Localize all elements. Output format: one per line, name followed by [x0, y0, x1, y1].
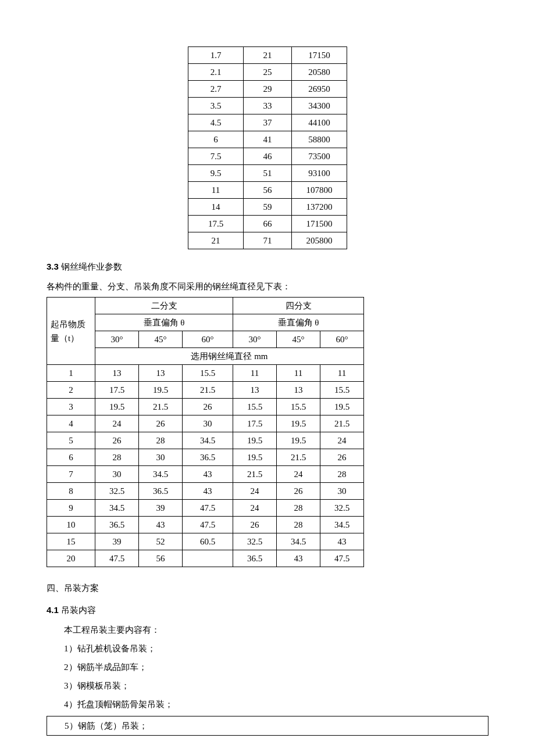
table-row: 424263017.519.521.5: [47, 415, 364, 432]
table-cell: 26: [95, 432, 139, 449]
header-lift-mass: 起吊物质量（t）: [47, 298, 95, 365]
table-row: 934.53947.5242832.5: [47, 500, 364, 517]
table-cell: 3.5: [188, 98, 244, 114]
table-cell: 37: [244, 114, 292, 131]
table-row: 832.536.543242630: [47, 483, 364, 500]
table-row: 5262834.519.519.524: [47, 432, 364, 449]
table-cell: 137200: [292, 199, 347, 216]
table-cell: 14: [188, 199, 244, 216]
table-cell: 59: [244, 199, 292, 216]
table-cell: 30: [95, 466, 139, 483]
table-cell: 9: [47, 500, 95, 517]
table-row: 15395260.532.534.543: [47, 533, 364, 550]
table-cell: 2.1: [188, 64, 244, 81]
table-cell: 11: [188, 182, 244, 199]
header-four-branch: 四分支: [233, 298, 364, 314]
table-cell: 2.7: [188, 81, 244, 98]
table-cell: 6: [47, 449, 95, 466]
table-cell: 51: [244, 165, 292, 182]
table-cell: 56: [139, 550, 183, 567]
section-4-1-title: 吊装内容: [59, 605, 96, 615]
table-cell: 34.5: [277, 533, 320, 550]
table-cell: 3: [47, 399, 95, 415]
table-cell: 19.5: [277, 432, 320, 449]
table-row: 1.72117150: [188, 47, 347, 64]
table-cell: 73500: [292, 148, 347, 165]
table-cell: 43: [277, 550, 320, 567]
table-cell: 34.5: [183, 432, 233, 449]
table-cell: 28: [277, 517, 320, 533]
table-cell: 15.5: [233, 399, 277, 415]
table-cell: 28: [277, 500, 320, 517]
table-cell: 15.5: [320, 382, 364, 399]
table-cell: 21.5: [183, 382, 233, 399]
table-cell: 21: [244, 47, 292, 64]
table-cell: 11: [320, 365, 364, 382]
table-cell: 17.5: [233, 415, 277, 432]
list-item: 2）钢筋半成品卸车；: [47, 660, 488, 674]
list-item: 4）托盘顶帽钢筋骨架吊装；: [47, 697, 488, 711]
table-cell: 1: [47, 365, 95, 382]
table-cell: 21.5: [277, 449, 320, 466]
table-cell: 20: [47, 550, 95, 567]
table-cell: 11: [277, 365, 320, 382]
table-cell: 43: [183, 466, 233, 483]
table-cell: 26950: [292, 81, 347, 98]
table-cell: 13: [95, 365, 139, 382]
section-4-heading: 四、吊装方案: [47, 581, 488, 595]
table-cell: 36.5: [233, 550, 277, 567]
table-cell: 8: [47, 483, 95, 500]
table-cell: 17.5: [188, 216, 244, 232]
table-cell: 13: [277, 382, 320, 399]
table-cell: 107800: [292, 182, 347, 199]
table-cell: 30: [139, 449, 183, 466]
section-4-1-intro: 本工程吊装主要内容有：: [47, 623, 488, 637]
header-angle-two: 垂直偏角 θ: [95, 314, 233, 331]
table-cell: 1.7: [188, 47, 244, 64]
table-cell: 21.5: [233, 466, 277, 483]
section-4-1-heading: 4.1 吊装内容: [47, 603, 488, 617]
table-cell: 44100: [292, 114, 347, 131]
table-cell: 19.5: [233, 449, 277, 466]
table-row: 73034.54321.52428: [47, 466, 364, 483]
table-cell: 19.5: [320, 399, 364, 415]
table-row: 217.519.521.5131315.5: [47, 382, 364, 399]
table-cell: 26: [277, 483, 320, 500]
header-60: 60°: [183, 331, 233, 348]
table-cell: 58800: [292, 131, 347, 148]
table-cell: 33: [244, 98, 292, 114]
section-3-3-title: 钢丝绳作业参数: [59, 262, 122, 271]
table-cell: 19.5: [139, 382, 183, 399]
header-30: 30°: [95, 331, 139, 348]
table-row: 9.55193100: [188, 165, 347, 182]
table-cell: 11: [233, 365, 277, 382]
table-cell: 66: [244, 216, 292, 232]
table-cell: 19.5: [233, 432, 277, 449]
table-cell: 21.5: [320, 415, 364, 432]
table-cell: 24: [233, 483, 277, 500]
table-cell: 60.5: [183, 533, 233, 550]
section-3-3-number: 3.3: [47, 261, 59, 271]
table-cell: 29: [244, 81, 292, 98]
table-cell: 26: [183, 399, 233, 415]
table-cell: 39: [95, 533, 139, 550]
table-cell: 26: [320, 449, 364, 466]
list-item: 5）钢筋（笼）吊装；: [65, 721, 148, 730]
table-cell: 43: [139, 517, 183, 533]
table-row: 319.521.52615.515.519.5: [47, 399, 364, 415]
table-cell: 6: [188, 131, 244, 148]
table-cell: 2: [47, 382, 95, 399]
table-cell: 39: [139, 500, 183, 517]
table-wire-rope-diameter: 起吊物质量（t） 二分支 四分支 垂直偏角 θ 垂直偏角 θ 30° 45° 6…: [47, 297, 364, 567]
table-cell: 43: [183, 483, 233, 500]
header-60: 60°: [320, 331, 364, 348]
table-cell: 15.5: [183, 365, 233, 382]
table-cell: 17.5: [95, 382, 139, 399]
header-diameter: 选用钢丝绳直径 mm: [95, 348, 364, 365]
table-row: 64158800: [188, 131, 347, 148]
table-row: 3.53334300: [188, 98, 347, 114]
table-cell: 4: [47, 415, 95, 432]
table-row: 1156107800: [188, 182, 347, 199]
table-cell: 36.5: [183, 449, 233, 466]
table-cell: 52: [139, 533, 183, 550]
